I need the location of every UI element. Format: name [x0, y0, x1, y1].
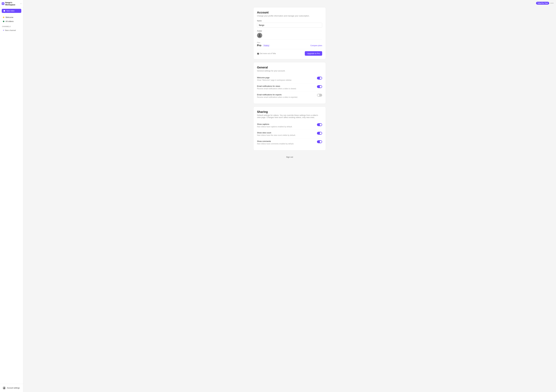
svg-rect-0 — [2, 3, 3, 3]
toggle-info-email-exports: Email notifications for exports Receive … — [257, 94, 317, 98]
main-content: Account Change your profile information … — [23, 0, 556, 392]
toggle-row-show-captions: Show captions New videos have captions e… — [257, 121, 322, 130]
svg-rect-1 — [3, 3, 4, 3]
toggle-row-email-views: Email notifications for views Receive em… — [257, 83, 322, 92]
toggle-slider-show-comments — [317, 140, 322, 143]
account-card: Account Change your profile information … — [253, 7, 326, 59]
general-title: General — [257, 66, 322, 69]
toggle-info-email-views: Email notifications for views Receive em… — [257, 85, 317, 90]
toggle-show-captions[interactable] — [317, 123, 322, 126]
toggle-row-welcome-page: Welcome page Show "Welcome" page in work… — [257, 75, 322, 83]
sidebar: llango's Workspace ▾ New video Welcome A… — [0, 0, 23, 392]
avatar-display — [257, 33, 262, 38]
toggle-row-email-exports: Email notifications for exports Receive … — [257, 92, 322, 100]
toggle-slider-welcome-page — [317, 77, 322, 80]
svg-point-7 — [259, 34, 260, 35]
sidebar-nav: Welcome All videos — [0, 14, 23, 24]
toggle-row-show-view-count: Show view count New videos have the view… — [257, 130, 322, 138]
toggle-title-show-comments: Show comments — [257, 140, 315, 142]
sidebar-item-welcome[interactable]: Welcome — [1, 15, 22, 19]
pro-trial-badge[interactable]: Tella Pro Trial — [536, 2, 549, 5]
upgrade-row: 🎬 Get more out of Tella Upgrade to Pro — [257, 49, 322, 56]
name-input[interactable] — [257, 23, 322, 28]
toggle-info-welcome-page: Welcome page Show "Welcome" page in work… — [257, 76, 317, 82]
account-settings-item[interactable]: Account settings — [1, 385, 22, 391]
toggle-slider-email-views — [317, 85, 322, 88]
upgrade-button[interactable]: Upgrade to Pro — [305, 51, 322, 56]
sharing-title: Sharing — [257, 110, 322, 113]
channels-section: CHANNELS — [0, 24, 23, 28]
trial-badge: Trialing — [263, 45, 270, 47]
general-subtitle: General settings for your account. — [257, 70, 322, 72]
toggle-desc-email-exports: Receive email notifications when a video… — [257, 96, 315, 98]
channels-label: CHANNELS — [2, 26, 21, 27]
plus-icon: + — [3, 29, 4, 31]
avatar-label: Avatar — [257, 30, 322, 32]
signout-row: Sign out — [253, 153, 326, 159]
workspace-header[interactable]: llango's Workspace ▾ — [0, 0, 23, 7]
new-video-button[interactable]: New video — [2, 9, 21, 13]
svg-rect-3 — [3, 4, 4, 4]
sharing-card: Sharing Default settings for videos. You… — [253, 107, 326, 150]
toggle-title-email-views: Email notifications for views — [257, 85, 315, 87]
toggle-email-exports[interactable] — [317, 94, 322, 97]
more-options-button[interactable]: ••• — [550, 2, 554, 5]
tella-icon: 🎬 — [257, 53, 259, 54]
toggle-desc-show-view-count: New videos have the view count visible b… — [257, 134, 315, 136]
svg-marker-5 — [5, 11, 6, 11]
toggle-email-views[interactable] — [317, 85, 322, 88]
toggle-desc-email-views: Receive email notifications when a video… — [257, 88, 315, 90]
plan-row: Pro Trialing Compare plans — [257, 44, 322, 47]
top-bar: Tella Pro Trial ••• — [23, 0, 556, 6]
content-wrapper: Account Change your profile information … — [253, 7, 326, 159]
toggle-desc-show-captions: New videos have captions enabled by defa… — [257, 126, 315, 128]
signout-button[interactable]: Sign out — [286, 156, 293, 158]
toggle-title-welcome-page: Welcome page — [257, 76, 315, 79]
toggle-info-show-comments: Show comments New videos have comments e… — [257, 140, 317, 145]
toggle-title-show-captions: Show captions — [257, 123, 315, 125]
toggle-slider-show-captions — [317, 123, 322, 126]
welcome-dot-icon — [3, 17, 4, 18]
chevron-down-icon: ▾ — [21, 3, 21, 5]
toggle-info-show-view-count: Show view count New videos have the view… — [257, 132, 317, 136]
toggle-title-email-exports: Email notifications for exports — [257, 94, 315, 96]
plan-label: Plan — [257, 42, 322, 43]
toggle-info-show-captions: Show captions New videos have captions e… — [257, 123, 317, 128]
avatar — [3, 386, 6, 390]
toggle-show-view-count[interactable] — [317, 132, 322, 135]
all-videos-dot-icon — [3, 21, 4, 22]
svg-point-6 — [4, 387, 5, 388]
workspace-name: llango's Workspace — [5, 1, 20, 6]
svg-rect-2 — [2, 4, 3, 4]
sidebar-footer: Account settings — [0, 384, 23, 392]
sharing-subtitle: Default settings for videos. You can ove… — [257, 114, 322, 119]
avatar-section: Avatar — [257, 30, 322, 38]
toggle-welcome-page[interactable] — [317, 77, 322, 80]
compare-plans-link[interactable]: Compare plans — [310, 45, 322, 46]
svg-rect-4 — [4, 10, 5, 12]
name-label: Name — [257, 20, 322, 22]
toggle-slider-email-exports — [317, 94, 322, 97]
account-settings-label: Account settings — [7, 387, 20, 389]
toggle-desc-welcome-page: Show "Welcome" page in workspace sidebar… — [257, 79, 315, 82]
account-title: Account — [257, 11, 322, 14]
upgrade-hint: 🎬 Get more out of Tella — [257, 53, 276, 54]
name-field-group: Name — [257, 20, 322, 28]
plan-name: Pro Trialing — [257, 44, 270, 47]
toggle-show-comments[interactable] — [317, 140, 322, 143]
plan-section: Plan Pro Trialing Compare plans 🎬 Get mo… — [257, 39, 322, 56]
general-card: General General settings for your accoun… — [253, 62, 326, 104]
new-channel-button[interactable]: + New channel — [1, 28, 22, 32]
account-subtitle: Change your profile information and mana… — [257, 15, 322, 17]
sidebar-item-all-videos[interactable]: All videos — [1, 19, 22, 23]
workspace-icon — [2, 2, 4, 5]
toggle-slider-show-view-count — [317, 132, 322, 135]
toggle-desc-show-comments: New videos have comments enabled by defa… — [257, 143, 315, 145]
toggle-row-show-comments: Show comments New videos have comments e… — [257, 138, 322, 147]
toggle-title-show-view-count: Show view count — [257, 132, 315, 134]
